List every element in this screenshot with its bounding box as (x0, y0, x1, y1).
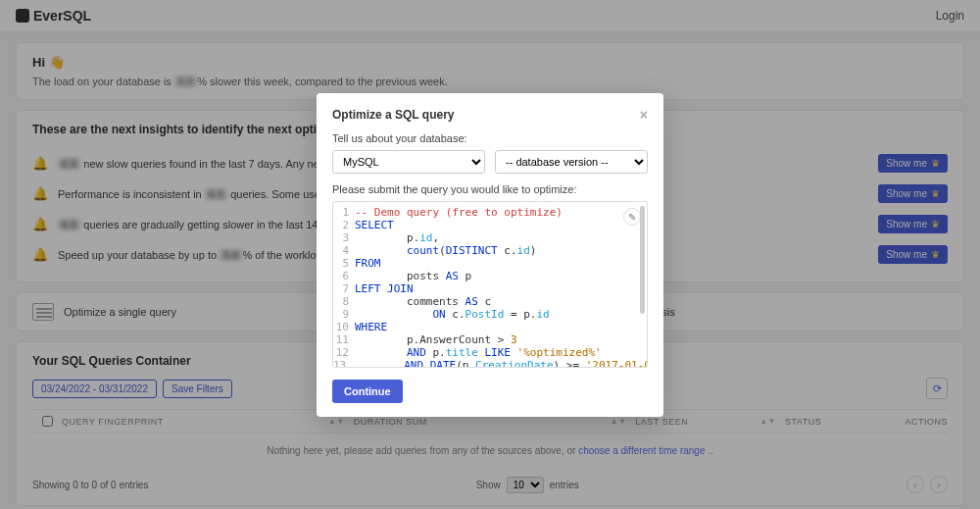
continue-button[interactable]: Continue (332, 380, 403, 403)
sql-editor[interactable]: ✎ 1-- Demo query (free to optimize)2SELE… (332, 201, 648, 368)
modal-header: Optimize a SQL query × (332, 107, 648, 123)
modal-title-text: Optimize a SQL query (332, 108, 454, 122)
close-icon[interactable]: × (640, 107, 648, 123)
optimize-modal: Optimize a SQL query × Tell us about you… (317, 93, 663, 417)
sql-lines: 1-- Demo query (free to optimize)2SELECT… (333, 202, 647, 367)
db-version-select[interactable]: -- database version -- (495, 150, 648, 174)
modal-submit-label: Please submit the query you would like t… (332, 183, 648, 195)
db-type-select[interactable]: MySQL (332, 150, 485, 174)
db-selects: MySQL -- database version -- (332, 150, 648, 174)
modal-tellus: Tell us about your database: (332, 132, 648, 144)
